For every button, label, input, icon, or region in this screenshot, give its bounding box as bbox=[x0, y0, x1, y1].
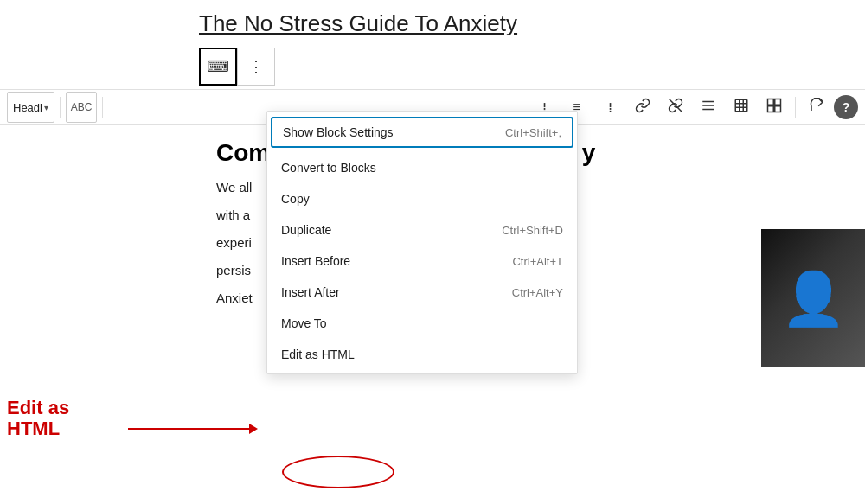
person-silhouette: 👤 bbox=[781, 268, 846, 329]
redo-icon bbox=[809, 98, 824, 117]
menu-item-show-block-settings[interactable]: Show Block Settings Ctrl+Shift+, bbox=[271, 117, 573, 148]
abc-label: ABC bbox=[71, 101, 93, 113]
more-options-button[interactable] bbox=[693, 92, 724, 123]
svg-rect-9 bbox=[768, 99, 774, 105]
annotation-line2: HTML bbox=[7, 418, 69, 439]
arrow-head-icon bbox=[249, 424, 258, 434]
redo-button[interactable] bbox=[801, 92, 832, 123]
body-text-1-start: We all bbox=[216, 180, 252, 195]
block-toolbar-row: ⌨ ⋮ bbox=[0, 44, 865, 89]
menu-item-copy[interactable]: Copy bbox=[267, 183, 577, 214]
block-nav-icon bbox=[766, 98, 782, 117]
menu-item-move-to[interactable]: Move To bbox=[267, 308, 577, 339]
unlink-button[interactable] bbox=[660, 92, 691, 123]
toolbar-divider-2 bbox=[102, 97, 103, 118]
align-right-icon: ⁞ bbox=[608, 99, 612, 116]
align-right-button[interactable]: ⁞ bbox=[594, 92, 625, 123]
block-navigation-button[interactable] bbox=[759, 92, 790, 123]
help-button[interactable]: ? bbox=[834, 95, 858, 119]
menu-item-edit-as-html[interactable]: Edit as HTML bbox=[267, 339, 577, 370]
menu-item-insert-before[interactable]: Insert Before Ctrl+Alt+T bbox=[267, 246, 577, 277]
help-icon: ? bbox=[843, 100, 850, 114]
menu-item-label-insert-before: Insert Before bbox=[281, 254, 350, 268]
svg-rect-11 bbox=[768, 106, 774, 112]
options-icon-button[interactable]: ⋮ bbox=[237, 48, 275, 86]
menu-item-label-copy: Copy bbox=[281, 192, 310, 206]
text-format-button[interactable]: ABC bbox=[66, 92, 97, 123]
body-text-2-start: with a bbox=[216, 207, 250, 222]
arrow-line bbox=[128, 428, 249, 430]
toolbar-divider-3 bbox=[795, 97, 796, 118]
menu-item-label-insert-after: Insert After bbox=[281, 285, 340, 299]
toolbar-divider-1 bbox=[60, 97, 61, 118]
menu-separator-1 bbox=[267, 150, 577, 150]
menu-item-shortcut-insert-after: Ctrl+Alt+Y bbox=[512, 286, 563, 299]
annotation-arrow bbox=[128, 424, 258, 434]
svg-rect-4 bbox=[735, 99, 747, 112]
annotation-label: Edit as HTML bbox=[7, 398, 69, 439]
link-button[interactable] bbox=[627, 92, 658, 123]
link-icon bbox=[635, 98, 650, 117]
dots-icon: ⋮ bbox=[248, 57, 264, 76]
page-title: The No Stress Guide To Anxiety bbox=[199, 10, 865, 37]
heading-text-end: y bbox=[582, 139, 596, 166]
annotation-line1: Edit as bbox=[7, 398, 69, 418]
content-image: 👤 bbox=[761, 229, 865, 367]
svg-rect-10 bbox=[775, 99, 781, 105]
table-icon bbox=[734, 98, 749, 117]
menu-item-label-move-to: Move To bbox=[281, 316, 327, 330]
circle-annotation bbox=[282, 456, 394, 488]
body-text-3-start: experi bbox=[216, 235, 252, 250]
heading-chevron-icon: ▾ bbox=[44, 103, 48, 112]
heading-label: Headi bbox=[13, 101, 42, 114]
keyboard-icon: ⌨ bbox=[207, 57, 229, 76]
keyboard-icon-button[interactable]: ⌨ bbox=[199, 48, 237, 86]
body-text-4-start: persis bbox=[216, 263, 251, 278]
menu-item-insert-after[interactable]: Insert After Ctrl+Alt+Y bbox=[267, 277, 577, 308]
menu-item-convert-to-blocks[interactable]: Convert to Blocks bbox=[267, 152, 577, 183]
menu-item-label-edit-as-html: Edit as HTML bbox=[281, 348, 355, 361]
page-title-area: The No Stress Guide To Anxiety bbox=[0, 0, 865, 44]
menu-item-shortcut-insert-before: Ctrl+Alt+T bbox=[512, 255, 563, 268]
unlink-icon bbox=[668, 98, 683, 117]
table-button[interactable] bbox=[726, 92, 757, 123]
context-menu: Show Block Settings Ctrl+Shift+, Convert… bbox=[266, 111, 578, 374]
more-options-icon bbox=[701, 98, 716, 117]
menu-item-shortcut-duplicate: Ctrl+Shift+D bbox=[502, 224, 563, 237]
menu-item-label-convert-to-blocks: Convert to Blocks bbox=[281, 161, 376, 175]
menu-item-label-duplicate: Duplicate bbox=[281, 223, 331, 237]
page-wrapper: The No Stress Guide To Anxiety ⌨ ⋮ Headi… bbox=[0, 0, 865, 504]
menu-item-label-show-block-settings: Show Block Settings bbox=[283, 125, 394, 139]
menu-item-duplicate[interactable]: Duplicate Ctrl+Shift+D bbox=[267, 214, 577, 246]
heading-selector[interactable]: Headi ▾ bbox=[7, 92, 54, 123]
svg-rect-12 bbox=[775, 106, 781, 112]
menu-item-shortcut-show-block-settings: Ctrl+Shift+, bbox=[505, 126, 561, 139]
body-text-5-start: Anxiet bbox=[216, 290, 253, 305]
